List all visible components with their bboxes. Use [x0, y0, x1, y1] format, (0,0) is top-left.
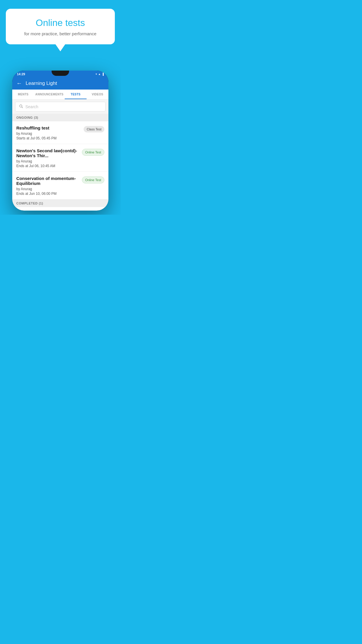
search-bar-area: Search	[12, 99, 108, 114]
test-name-reshuffling: Reshuffling test	[16, 125, 81, 130]
status-time: 14:29	[17, 72, 25, 76]
test-item-conservation[interactable]: Conservation of momentum-Equilibrium by …	[12, 172, 108, 200]
search-icon	[19, 104, 23, 109]
search-placeholder-text: Search	[25, 104, 38, 109]
test-name-conservation: Conservation of momentum-Equilibrium	[16, 176, 79, 186]
wifi-icon: ▾	[96, 73, 97, 76]
phone-mockup: 14:29 ▾ ▲ ▐ ← Learning Light MENTS ANNOU…	[0, 71, 121, 211]
phone-notch	[52, 71, 69, 76]
test-badge-conservation: Online Test	[82, 176, 104, 183]
app-bar: ← Learning Light	[12, 77, 108, 90]
back-button[interactable]: ←	[16, 80, 22, 87]
test-info-conservation: Conservation of momentum-Equilibrium by …	[16, 176, 79, 196]
tab-tests[interactable]: TESTS	[65, 90, 87, 99]
callout-title: Online tests	[14, 18, 107, 28]
completed-section-header: COMPLETED (1)	[12, 200, 108, 207]
test-date-newton: Ends at Jul 06, 10:45 AM	[16, 164, 79, 168]
phone-content: Search ONGOING (3) Reshuffling test by A…	[12, 99, 108, 207]
test-item-newton[interactable]: Newton's Second law(contd)-Newton's Thir…	[12, 144, 108, 172]
signal-icon: ▲	[98, 73, 101, 76]
test-author-newton: by Anurag	[16, 159, 79, 163]
phone-bottom	[12, 207, 108, 211]
test-author-conservation: by Anurag	[16, 187, 79, 191]
test-badge-reshuffling: Class Test	[84, 126, 104, 132]
test-name-newton: Newton's Second law(contd)-Newton's Thir…	[16, 148, 79, 158]
callout-bubble: Online tests for more practice, better p…	[6, 9, 115, 44]
test-item-reshuffling[interactable]: Reshuffling test by Anurag Starts at Jul…	[12, 121, 108, 144]
search-input-wrap[interactable]: Search	[15, 102, 106, 111]
tab-ments[interactable]: MENTS	[12, 90, 34, 99]
tab-announcements[interactable]: ANNOUNCEMENTS	[34, 90, 65, 99]
phone-frame: 14:29 ▾ ▲ ▐ ← Learning Light MENTS ANNOU…	[12, 71, 108, 211]
test-badge-newton: Online Test	[82, 149, 104, 156]
ongoing-section-header: ONGOING (3)	[12, 114, 108, 121]
status-icons: ▾ ▲ ▐	[96, 73, 104, 76]
svg-line-1	[22, 107, 23, 108]
test-info-reshuffling: Reshuffling test by Anurag Starts at Jul…	[16, 125, 81, 140]
tabs-bar: MENTS ANNOUNCEMENTS TESTS VIDEOS	[12, 90, 108, 99]
tab-videos[interactable]: VIDEOS	[87, 90, 108, 99]
test-date-reshuffling: Starts at Jul 05, 05:45 PM	[16, 136, 81, 140]
test-author-reshuffling: by Anurag	[16, 132, 81, 136]
test-date-conservation: Ends at Jun 10, 06:00 PM	[16, 192, 79, 196]
callout-subtitle: for more practice, better performance	[14, 31, 107, 36]
battery-icon: ▐	[102, 73, 104, 76]
callout-section: Online tests for more practice, better p…	[0, 0, 121, 56]
app-bar-title: Learning Light	[26, 80, 57, 86]
test-info-newton: Newton's Second law(contd)-Newton's Thir…	[16, 148, 79, 168]
